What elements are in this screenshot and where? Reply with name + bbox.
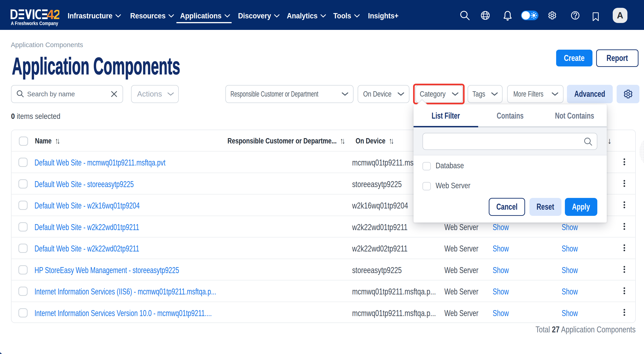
svg-text:2: 2 [53,9,59,19]
svg-text:4: 4 [47,9,54,19]
